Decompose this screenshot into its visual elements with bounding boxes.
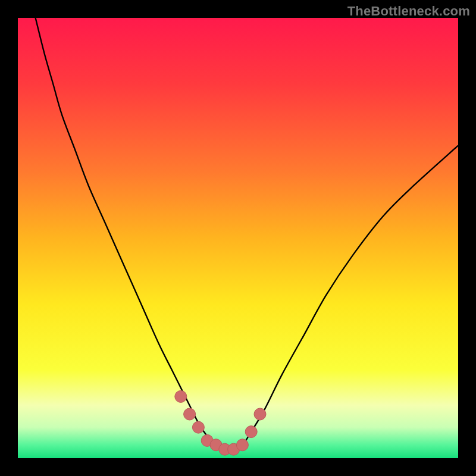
highlighted-point: [175, 390, 187, 402]
highlighted-point: [245, 426, 257, 438]
highlighted-point: [184, 408, 196, 420]
plot-area: [18, 18, 458, 458]
highlighted-point: [192, 421, 204, 433]
outer-frame: TheBottleneck.com: [0, 0, 476, 476]
highlighted-point: [236, 439, 248, 451]
gradient-background: [18, 18, 458, 458]
watermark-text: TheBottleneck.com: [347, 4, 470, 19]
chart-svg: [18, 18, 458, 458]
highlighted-point: [254, 408, 266, 420]
